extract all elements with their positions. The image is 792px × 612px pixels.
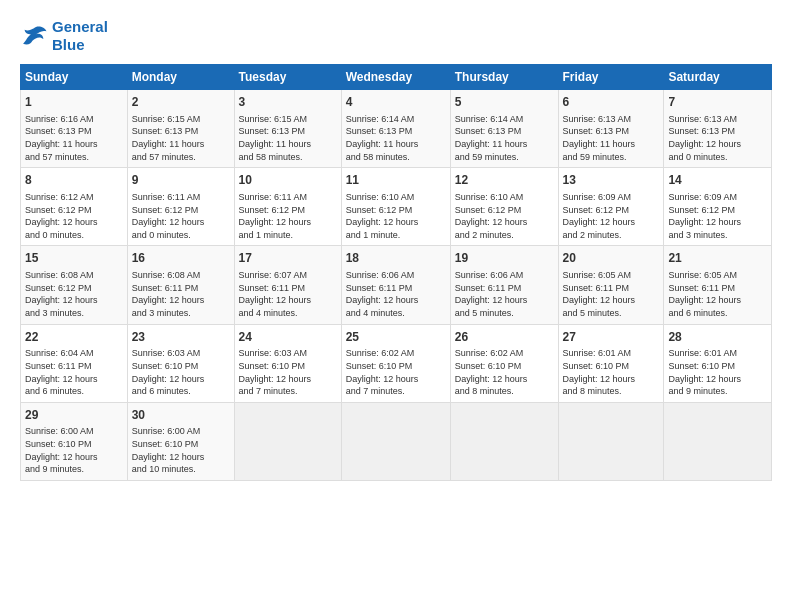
calendar-week-row: 1Sunrise: 6:16 AMSunset: 6:13 PMDaylight… [21,90,772,168]
calendar-cell: 4Sunrise: 6:14 AMSunset: 6:13 PMDaylight… [341,90,450,168]
day-info: and 1 minute. [346,229,446,242]
day-info: and 4 minutes. [346,307,446,320]
day-info: Sunrise: 6:10 AM [346,191,446,204]
day-info: Sunset: 6:10 PM [239,360,337,373]
day-info: Sunset: 6:10 PM [346,360,446,373]
day-info: Sunrise: 6:13 AM [563,113,660,126]
calendar-body: 1Sunrise: 6:16 AMSunset: 6:13 PMDaylight… [21,90,772,481]
day-info: Daylight: 11 hours [346,138,446,151]
day-info: Daylight: 11 hours [563,138,660,151]
calendar-cell: 13Sunrise: 6:09 AMSunset: 6:12 PMDayligh… [558,168,664,246]
day-header-monday: Monday [127,65,234,90]
day-info: Daylight: 12 hours [239,294,337,307]
day-header-sunday: Sunday [21,65,128,90]
calendar-cell: 1Sunrise: 6:16 AMSunset: 6:13 PMDaylight… [21,90,128,168]
day-header-saturday: Saturday [664,65,772,90]
day-info: Daylight: 12 hours [132,451,230,464]
calendar-cell [558,402,664,480]
day-info: Sunset: 6:12 PM [132,204,230,217]
day-info: Sunrise: 6:01 AM [563,347,660,360]
day-info: Sunset: 6:13 PM [239,125,337,138]
calendar-cell: 29Sunrise: 6:00 AMSunset: 6:10 PMDayligh… [21,402,128,480]
day-info: and 57 minutes. [25,151,123,164]
day-info: Sunrise: 6:12 AM [25,191,123,204]
day-info: Sunrise: 6:08 AM [25,269,123,282]
calendar-cell: 5Sunrise: 6:14 AMSunset: 6:13 PMDaylight… [450,90,558,168]
day-info: Sunrise: 6:05 AM [668,269,767,282]
calendar-cell: 19Sunrise: 6:06 AMSunset: 6:11 PMDayligh… [450,246,558,324]
calendar-cell [341,402,450,480]
calendar-cell: 3Sunrise: 6:15 AMSunset: 6:13 PMDaylight… [234,90,341,168]
day-info: Sunset: 6:10 PM [668,360,767,373]
day-number: 30 [132,407,230,424]
day-info: Sunset: 6:11 PM [132,282,230,295]
calendar-cell: 22Sunrise: 6:04 AMSunset: 6:11 PMDayligh… [21,324,128,402]
day-info: and 3 minutes. [668,229,767,242]
calendar-cell: 20Sunrise: 6:05 AMSunset: 6:11 PMDayligh… [558,246,664,324]
day-info: and 0 minutes. [132,229,230,242]
calendar-week-row: 8Sunrise: 6:12 AMSunset: 6:12 PMDaylight… [21,168,772,246]
calendar-cell: 27Sunrise: 6:01 AMSunset: 6:10 PMDayligh… [558,324,664,402]
calendar-cell: 7Sunrise: 6:13 AMSunset: 6:13 PMDaylight… [664,90,772,168]
day-info: Sunset: 6:13 PM [563,125,660,138]
day-info: Daylight: 12 hours [346,373,446,386]
calendar-cell: 23Sunrise: 6:03 AMSunset: 6:10 PMDayligh… [127,324,234,402]
day-info: Daylight: 12 hours [668,138,767,151]
day-number: 1 [25,94,123,111]
day-info: Sunset: 6:11 PM [239,282,337,295]
calendar-cell [234,402,341,480]
calendar-cell: 11Sunrise: 6:10 AMSunset: 6:12 PMDayligh… [341,168,450,246]
calendar-cell: 21Sunrise: 6:05 AMSunset: 6:11 PMDayligh… [664,246,772,324]
day-info: Sunrise: 6:00 AM [132,425,230,438]
day-info: Sunset: 6:13 PM [25,125,123,138]
day-number: 4 [346,94,446,111]
day-info: Daylight: 12 hours [25,451,123,464]
day-info: Sunrise: 6:03 AM [239,347,337,360]
day-number: 10 [239,172,337,189]
day-info: and 3 minutes. [25,307,123,320]
day-number: 8 [25,172,123,189]
calendar-cell: 24Sunrise: 6:03 AMSunset: 6:10 PMDayligh… [234,324,341,402]
day-info: Sunrise: 6:15 AM [239,113,337,126]
day-info: Sunset: 6:11 PM [455,282,554,295]
day-info: Sunrise: 6:05 AM [563,269,660,282]
day-info: Sunrise: 6:13 AM [668,113,767,126]
calendar-cell: 12Sunrise: 6:10 AMSunset: 6:12 PMDayligh… [450,168,558,246]
day-info: and 58 minutes. [239,151,337,164]
calendar-cell: 25Sunrise: 6:02 AMSunset: 6:10 PMDayligh… [341,324,450,402]
calendar-cell [664,402,772,480]
calendar-cell [450,402,558,480]
day-info: Sunrise: 6:16 AM [25,113,123,126]
day-info: Daylight: 11 hours [132,138,230,151]
day-info: and 2 minutes. [455,229,554,242]
day-info: Daylight: 12 hours [239,373,337,386]
day-info: Sunset: 6:11 PM [25,360,123,373]
day-info: Sunset: 6:10 PM [25,438,123,451]
day-info: Sunset: 6:12 PM [25,282,123,295]
day-info: Daylight: 12 hours [239,216,337,229]
day-info: Sunset: 6:12 PM [455,204,554,217]
day-info: Daylight: 12 hours [132,294,230,307]
day-number: 23 [132,329,230,346]
calendar-cell: 8Sunrise: 6:12 AMSunset: 6:12 PMDaylight… [21,168,128,246]
calendar-week-row: 22Sunrise: 6:04 AMSunset: 6:11 PMDayligh… [21,324,772,402]
day-number: 22 [25,329,123,346]
day-info: and 7 minutes. [239,385,337,398]
logo-text: General Blue [52,18,108,54]
day-number: 9 [132,172,230,189]
day-info: Sunset: 6:13 PM [668,125,767,138]
day-header-friday: Friday [558,65,664,90]
day-info: Sunset: 6:12 PM [668,204,767,217]
day-info: Sunrise: 6:09 AM [563,191,660,204]
day-info: Daylight: 12 hours [455,373,554,386]
day-info: Sunrise: 6:01 AM [668,347,767,360]
day-header-wednesday: Wednesday [341,65,450,90]
day-number: 17 [239,250,337,267]
day-info: and 6 minutes. [668,307,767,320]
day-number: 18 [346,250,446,267]
day-info: Sunset: 6:12 PM [346,204,446,217]
calendar-cell: 9Sunrise: 6:11 AMSunset: 6:12 PMDaylight… [127,168,234,246]
day-info: Daylight: 12 hours [563,294,660,307]
day-info: Daylight: 12 hours [25,294,123,307]
day-info: Daylight: 12 hours [563,216,660,229]
